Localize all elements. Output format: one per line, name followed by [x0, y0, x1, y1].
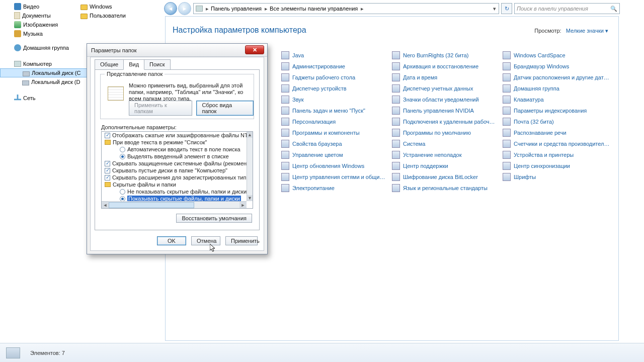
tree-label: Пользователи	[90, 13, 126, 19]
control-panel-item[interactable]: Шрифты	[503, 171, 613, 183]
control-panel-item[interactable]: Язык и региональные стандарты	[392, 183, 503, 194]
control-panel-item[interactable]: Распознавание речи	[503, 127, 613, 138]
control-panel-item-icon	[281, 62, 289, 70]
control-panel-item[interactable]: Центр поддержки	[392, 160, 503, 171]
scroll-left-icon[interactable]: ◄	[102, 202, 109, 208]
control-panel-item[interactable]: Звук	[281, 94, 392, 105]
control-panel-item[interactable]: Датчик расположения и другие дат…	[503, 72, 613, 83]
scroll-down-icon[interactable]: ▼	[247, 195, 253, 201]
drive-icon	[23, 71, 30, 76]
restore-defaults-button[interactable]: Восстановить умолчания	[176, 214, 252, 223]
checkbox-icon[interactable]	[105, 133, 110, 138]
scroll-thumb[interactable]	[109, 202, 194, 208]
vertical-scrollbar[interactable]: ▲▼	[247, 132, 253, 201]
control-panel-item[interactable]: Дата и время	[392, 72, 503, 83]
control-panel-item-icon	[503, 84, 511, 93]
radio-icon[interactable]	[120, 154, 125, 159]
control-panel-item[interactable]: Архивация и восстановление	[392, 61, 503, 72]
dialog-titlebar[interactable]: Параметры папок	[87, 44, 267, 57]
tab-view[interactable]: Вид	[123, 59, 144, 70]
apply-to-folders-button[interactable]: Применить к папкам	[129, 101, 192, 116]
music-icon	[14, 30, 21, 37]
control-panel-item[interactable]: Программы и компоненты	[281, 127, 392, 138]
control-panel-item[interactable]: Значки области уведомлений	[392, 94, 503, 105]
control-panel-item-icon	[392, 62, 400, 70]
control-panel-item[interactable]: Диспетчер учетных данных	[392, 83, 503, 94]
control-panel-item[interactable]: Параметры индексирования	[503, 105, 613, 116]
address-bar[interactable]: ▸ Панель управления ▸ Все элементы панел…	[193, 3, 499, 14]
search-input[interactable]: Поиск в панели управления 🔍	[514, 3, 620, 14]
cancel-button[interactable]: Отмена	[191, 236, 220, 245]
control-panel-item-icon	[503, 151, 511, 159]
control-panel-item-icon	[503, 140, 511, 148]
control-panel-item-icon	[392, 173, 400, 181]
reset-folders-button[interactable]: Сброс вида папок	[196, 101, 254, 116]
tab-general[interactable]: Общие	[95, 59, 124, 70]
control-panel-item[interactable]: Устройства и принтеры	[503, 149, 613, 160]
control-panel-item[interactable]: Nero BurnRights (32 бита)	[392, 50, 503, 61]
view-label: Просмотр:	[534, 28, 561, 34]
refresh-button[interactable]: ↻	[501, 3, 512, 14]
computer-icon	[14, 61, 21, 67]
radio-icon[interactable]	[120, 147, 125, 152]
control-panel-item-label: Домашняя группа	[514, 85, 559, 92]
control-panel-item[interactable]: Панель управления NVIDIA	[392, 105, 503, 116]
scroll-right-icon[interactable]: ►	[239, 202, 247, 208]
checkbox-icon[interactable]	[105, 168, 110, 173]
control-panel-item[interactable]: Гаджеты рабочего стола	[281, 72, 392, 83]
control-panel-item-label: Java	[292, 52, 304, 58]
control-panel-item[interactable]: Электропитание	[281, 183, 392, 194]
group-text: Можно применить вид, выбранный для этой …	[129, 82, 249, 102]
horizontal-scrollbar[interactable]: ◄►	[102, 201, 247, 208]
control-panel-item[interactable]: Брандмауэр Windows	[503, 61, 613, 72]
checkbox-icon[interactable]	[105, 175, 110, 180]
control-panel-item[interactable]: Диспетчер устройств	[281, 83, 392, 94]
advanced-settings-list[interactable]: Отображать сжатые или зашифрованные файл…	[101, 131, 253, 209]
tab-search[interactable]: Поиск	[144, 59, 170, 70]
control-panel-item[interactable]: Центр синхронизации	[503, 160, 613, 171]
breadcrumb-arrow-icon[interactable]: ▸	[360, 6, 365, 12]
search-placeholder: Поиск в панели управления	[517, 6, 588, 12]
dialog-close-button[interactable]: ✕	[245, 45, 264, 54]
control-panel-item[interactable]: Панель задач и меню "Пуск"	[281, 105, 392, 116]
control-panel-item-icon	[281, 173, 289, 181]
tree-label: Сеть	[23, 95, 35, 101]
control-panel-item[interactable]: Клавиатура	[503, 94, 613, 105]
adv-row-label: Скрывать расширения для зарегистрированн…	[112, 174, 246, 180]
scroll-up-icon[interactable]: ▲	[247, 132, 253, 138]
control-panel-item[interactable]: Свойства браузера	[281, 138, 392, 149]
radio-icon[interactable]	[120, 189, 125, 195]
checkbox-icon[interactable]	[105, 161, 110, 166]
control-panel-item[interactable]: Администрирование	[281, 61, 392, 72]
apply-button[interactable]: Применить	[225, 236, 258, 245]
control-panel-item[interactable]: Домашняя группа	[503, 83, 613, 94]
view-value-link[interactable]: Мелкие значки ▾	[566, 28, 608, 34]
control-panel-item-label: Устройства и принтеры	[514, 152, 574, 158]
nav-back-button[interactable]: ◄	[164, 2, 177, 15]
nav-forward-button[interactable]: ►	[178, 2, 191, 15]
breadcrumb-seg[interactable]: Панель управления	[210, 6, 264, 12]
breadcrumb-seg[interactable]: Все элементы панели управления	[269, 6, 360, 12]
ok-button[interactable]: OK	[157, 236, 186, 245]
control-panel-item[interactable]: Система	[392, 138, 503, 149]
control-panel-item[interactable]: Windows CardSpace	[503, 50, 613, 61]
control-panel-item[interactable]: Программы по умолчанию	[392, 127, 503, 138]
breadcrumb-arrow-icon[interactable]: ▸	[264, 6, 269, 12]
control-panel-item[interactable]: Шифрование диска BitLocker	[392, 171, 503, 183]
search-icon[interactable]: 🔍	[610, 6, 617, 12]
folder-icon	[80, 5, 88, 10]
image-icon	[14, 21, 21, 28]
control-panel-item[interactable]: Центр управления сетями и общи…	[281, 171, 392, 183]
address-dropdown-button[interactable]: ▾	[491, 6, 499, 12]
control-panel-item[interactable]: Почта (32 бита)	[503, 116, 613, 127]
control-panel-item[interactable]: Управление цветом	[281, 149, 392, 160]
control-panel-item[interactable]: Подключения к удаленным рабоч…	[392, 116, 503, 127]
control-panel-item[interactable]: Счетчики и средства производител…	[503, 138, 613, 149]
control-panel-item[interactable]: Java	[281, 50, 392, 61]
control-panel-item[interactable]: Центр обновления Windows	[281, 160, 392, 171]
breadcrumb-arrow-icon[interactable]: ▸	[205, 6, 210, 12]
radio-icon[interactable]	[120, 196, 125, 202]
group-title: Представление папок	[105, 71, 165, 77]
control-panel-item[interactable]: Устранение неполадок	[392, 149, 503, 160]
control-panel-item[interactable]: Персонализация	[281, 116, 392, 127]
